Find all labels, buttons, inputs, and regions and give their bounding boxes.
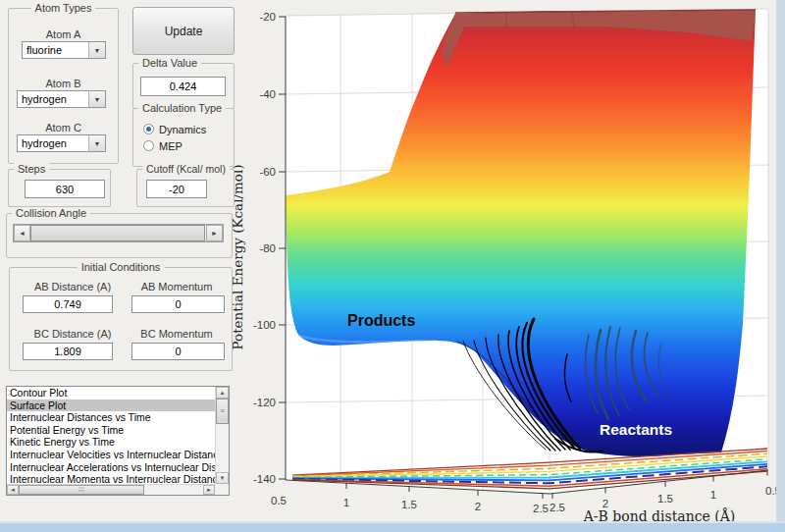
reactants-annotation: Reactants: [600, 421, 672, 438]
svg-text:2.5: 2.5: [533, 503, 549, 514]
mep-radio-row[interactable]: MEP: [143, 139, 183, 152]
scroll-left-icon[interactable]: ◄: [7, 485, 19, 495]
atom-b-select[interactable]: hydrogen ▼: [17, 90, 106, 108]
svg-text:-40: -40: [259, 88, 276, 100]
x-tick-labels-left: 0.5 1 1.5 2 2.5: [271, 495, 549, 514]
svg-text:-20: -20: [259, 11, 276, 23]
atom-types-title: Atom Types: [31, 2, 96, 14]
list-vertical-scrollbar[interactable]: ▲ ≡ ▼: [215, 387, 229, 484]
initial-conditions-title: Initial Conditions: [78, 261, 165, 273]
plot-type-listbox[interactable]: Contour Plot Surface Plot Internuclear D…: [6, 386, 230, 496]
scrollbar-corner: [215, 484, 229, 495]
mep-radio[interactable]: [143, 140, 154, 151]
dynamics-radio[interactable]: [143, 124, 154, 134]
bc-distance-field[interactable]: [23, 343, 113, 360]
collision-angle-group: Collision Angle ◄ ►: [6, 213, 233, 258]
scroll-down-icon[interactable]: ▼: [216, 472, 229, 484]
ab-momentum-label: AB Momentum: [130, 281, 224, 293]
svg-text:-80: -80: [259, 242, 276, 254]
list-item[interactable]: Internuclear Momenta vs Internuclear Dis…: [7, 473, 215, 484]
cutoff-field[interactable]: [146, 180, 207, 198]
app-window: { "window": { "bg": "#f0efec", "taskbar_…: [0, 0, 785, 532]
svg-text:2: 2: [475, 501, 481, 512]
svg-text:2.5: 2.5: [550, 502, 565, 513]
list-horizontal-scrollbar[interactable]: ◄ ⁞⁞⁞ ►: [7, 484, 215, 495]
svg-text:1.5: 1.5: [401, 499, 417, 510]
steps-title: Steps: [14, 163, 49, 175]
scroll-up-icon[interactable]: ▲: [216, 387, 229, 399]
bc-momentum-field[interactable]: [131, 343, 225, 360]
atom-b-dropdown-icon[interactable]: ▼: [88, 91, 105, 107]
list-item[interactable]: Kinetic Energy vs Time: [7, 436, 215, 449]
slider-left-arrow-icon[interactable]: ◄: [14, 225, 30, 241]
collision-angle-title: Collision Angle: [12, 207, 90, 219]
bc-momentum-label: BC Momentum: [130, 328, 224, 340]
delta-value-title: Delta Value: [138, 57, 201, 69]
list-item[interactable]: Internuclear Distances vs Time: [7, 411, 215, 424]
atom-b-value: hydrogen: [18, 93, 88, 105]
list-item[interactable]: Contour Plot: [7, 387, 215, 399]
ab-momentum-field[interactable]: [131, 295, 225, 313]
collision-angle-slider[interactable]: ◄ ►: [13, 224, 224, 242]
cutoff-group: Cutoff (Kcal/ mol): [136, 169, 235, 207]
atom-a-dropdown-icon[interactable]: ▼: [88, 42, 105, 58]
y-tick-labels: -20 -40 -60 -80 -100 -120 -140: [253, 11, 276, 485]
svg-text:1: 1: [343, 497, 349, 508]
list-item[interactable]: Internuclear Velocities vs Internuclear …: [7, 449, 215, 461]
cutoff-title: Cutoff (Kcal/ mol): [142, 163, 230, 175]
dynamics-radio-row[interactable]: Dynamics: [143, 123, 206, 135]
atom-c-value: hydrogen: [18, 137, 88, 149]
svg-text:1: 1: [710, 489, 716, 501]
atom-c-label: Atom C: [9, 122, 118, 133]
products-annotation: Products: [347, 312, 415, 329]
scroll-right-icon[interactable]: ►: [203, 485, 215, 495]
window-right-edge: [776, 0, 785, 523]
atom-a-value: fluorine: [23, 44, 88, 56]
svg-text:-120: -120: [253, 397, 276, 408]
calculation-type-group: Calculation Type Dynamics MEP: [132, 108, 235, 167]
ab-distance-label: AB Distance (A): [24, 281, 122, 293]
atom-c-select[interactable]: hydrogen ▼: [17, 134, 106, 152]
mep-radio-label: MEP: [159, 140, 183, 152]
steps-field[interactable]: [25, 180, 105, 198]
window-bottom-edge: [0, 521, 785, 532]
slider-thumb[interactable]: [30, 225, 205, 241]
atom-b-label: Atom B: [9, 78, 118, 89]
list-item-selected[interactable]: Surface Plot: [7, 399, 215, 412]
list-item[interactable]: Potential Energy vs Time: [7, 424, 215, 437]
slider-right-arrow-icon[interactable]: ►: [206, 225, 223, 241]
atom-c-dropdown-icon[interactable]: ▼: [88, 135, 105, 151]
svg-text:1.5: 1.5: [657, 493, 673, 505]
svg-text:-140: -140: [253, 473, 276, 485]
list-item[interactable]: Internuclear Accelerations vs Internucle…: [7, 461, 215, 474]
atom-a-label: Atom A: [9, 28, 118, 40]
svg-text:-60: -60: [259, 166, 276, 178]
control-panel: Atom Types Atom A fluorine ▼ Atom B hydr…: [0, 0, 236, 523]
svg-text:-100: -100: [253, 319, 276, 331]
bc-distance-label: BC Distance (A): [24, 328, 122, 340]
calculation-type-title: Calculation Type: [138, 102, 226, 114]
delta-value-field[interactable]: [140, 77, 226, 96]
steps-group: Steps: [8, 169, 111, 207]
svg-text:0.5: 0.5: [271, 495, 287, 506]
atom-a-select[interactable]: fluorine ▼: [22, 41, 106, 59]
initial-conditions-group: Initial Conditions AB Distance (A) AB Mo…: [9, 267, 233, 371]
horizontal-scroll-thumb[interactable]: ⁞⁞⁞: [19, 485, 144, 495]
ab-distance-field[interactable]: [23, 295, 113, 313]
atom-types-group: Atom Types Atom A fluorine ▼ Atom B hydr…: [8, 8, 119, 164]
vertical-scroll-thumb[interactable]: ≡: [216, 399, 229, 424]
plot-type-items: Contour Plot Surface Plot Internuclear D…: [7, 387, 215, 484]
dynamics-radio-label: Dynamics: [159, 124, 206, 135]
update-button[interactable]: Update: [132, 7, 235, 55]
